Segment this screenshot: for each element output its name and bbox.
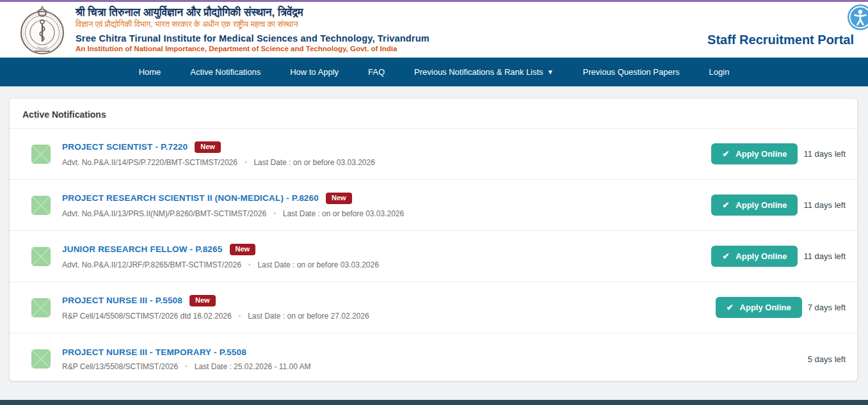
notification-thumbnail-icon — [31, 298, 51, 317]
notification-row: PROJECT NURSE III - TEMPORARY - P.5508 R… — [10, 333, 857, 381]
days-left-text: 11 days left — [803, 251, 846, 261]
apply-online-label: Apply Online — [735, 149, 787, 159]
notification-title-link[interactable]: PROJECT RESEARCH SCIENTIST II (NON-MEDIC… — [62, 193, 319, 203]
notification-row: PROJECT NURSE III - P.5508 New R&P Cell/… — [10, 282, 857, 333]
dot-separator-icon: • — [245, 159, 247, 166]
notification-thumbnail-icon — [31, 145, 51, 164]
dot-separator-icon: • — [248, 261, 251, 268]
apply-online-button[interactable]: ✔ Apply Online — [711, 195, 798, 216]
notification-last-date: Last Date : 25.02.2026 - 11.00 AM — [195, 362, 311, 371]
nav-item-how-to-apply[interactable]: How to Apply — [275, 58, 353, 86]
dot-separator-icon: • — [239, 312, 241, 319]
days-left-text: 11 days left — [803, 149, 846, 159]
notification-reference: Advt. No.P&A.II/14/PS/P.7220/BMT-SCTIMST… — [62, 158, 237, 167]
notification-title-link[interactable]: PROJECT NURSE III - P.5508 — [62, 296, 182, 305]
notification-last-date: Last Date : on or before 03.03.2026 — [253, 158, 374, 167]
notification-thumbnail-icon — [31, 349, 51, 369]
new-badge: New — [326, 193, 352, 204]
check-icon: ✔ — [722, 149, 729, 159]
accessibility-widget-icon[interactable] — [847, 4, 868, 31]
notification-last-date: Last Date : on or before 03.03.2026 — [257, 260, 378, 269]
institute-seal-icon — [18, 4, 67, 56]
nav-item-home[interactable]: Home — [124, 58, 176, 86]
nav-item-previous-notifications-rank-lists[interactable]: Previous Notifications & Rank Lists▼ — [399, 58, 568, 87]
notification-reference: Advt. No.P&A.II/13/PRS.II(NM)/P.8260/BMT… — [62, 209, 266, 218]
footer-bar — [0, 400, 868, 405]
apply-online-button[interactable]: ✔ Apply Online — [711, 143, 798, 164]
new-badge: New — [230, 244, 256, 255]
notification-row: JUNIOR RESEARCH FELLOW - P.8265 New Advt… — [10, 231, 857, 282]
notification-title-link[interactable]: PROJECT SCIENTIST - P.7220 — [62, 142, 188, 152]
nav-item-active-notifications[interactable]: Active Notifications — [175, 58, 275, 86]
nav-item-previous-question-papers[interactable]: Previous Question Papers — [568, 58, 695, 86]
apply-online-button[interactable]: ✔ Apply Online — [711, 246, 798, 267]
days-left-text: 11 days left — [803, 200, 846, 210]
notification-reference: R&P Cell/14/5508/SCTIMST/2026 dtd 16.02.… — [62, 312, 232, 321]
main-navigation: HomeActive NotificationsHow to ApplyFAQP… — [0, 58, 868, 86]
notification-thumbnail-icon — [31, 196, 51, 215]
apply-online-button[interactable]: ✔ Apply Online — [716, 297, 802, 318]
notification-reference: R&P Cell/13/5508/SCTIMST/2026 — [62, 362, 178, 371]
check-icon: ✔ — [722, 200, 729, 210]
notification-row: PROJECT RESEARCH SCIENTIST II (NON-MEDIC… — [10, 180, 857, 231]
chevron-down-icon: ▼ — [547, 58, 554, 86]
nav-item-login[interactable]: Login — [695, 58, 744, 86]
institute-subtitle-english: An Institution of National Importance, D… — [76, 44, 430, 53]
active-notifications-card: Active Notifications PROJECT SCIENTIST -… — [9, 98, 858, 381]
notification-title-link[interactable]: PROJECT NURSE III - TEMPORARY - P.5508 — [62, 347, 246, 357]
check-icon: ✔ — [727, 303, 734, 312]
notification-last-date: Last Date : on or before 27.02.2026 — [248, 312, 369, 321]
apply-online-label: Apply Online — [740, 303, 791, 312]
institute-subtitle-hindi: विज्ञान एवं प्रौद्योगिकी विभाग, भारत सरक… — [76, 19, 430, 29]
new-badge: New — [189, 295, 216, 306]
notification-row: PROJECT SCIENTIST - P.7220 New Advt. No.… — [10, 129, 857, 180]
institute-logo[interactable] — [18, 4, 67, 56]
notification-last-date: Last Date : on or before 03.03.2026 — [283, 209, 404, 218]
days-left-text: 7 days left — [808, 303, 846, 312]
notification-thumbnail-icon — [31, 247, 51, 266]
dot-separator-icon: • — [185, 363, 188, 370]
apply-online-label: Apply Online — [735, 200, 787, 210]
nav-item-faq[interactable]: FAQ — [353, 58, 399, 86]
dot-separator-icon: • — [273, 210, 276, 217]
check-icon: ✔ — [722, 251, 729, 261]
new-badge: New — [195, 141, 221, 153]
page-body: Active Notifications PROJECT SCIENTIST -… — [0, 86, 868, 381]
institute-title-english: Sree Chitra Tirunal Institute for Medica… — [76, 33, 430, 44]
card-heading: Active Notifications — [10, 99, 857, 129]
institute-title-hindi: श्री चित्रा तिरुनाल आयुर्विज्ञान और प्रौ… — [76, 6, 430, 19]
notification-title-link[interactable]: JUNIOR RESEARCH FELLOW - P.8265 — [62, 244, 223, 254]
notification-reference: Advt. No.P&A.II/12/JRF/P.8265/BMT-SCTIMS… — [62, 260, 241, 269]
apply-online-label: Apply Online — [735, 251, 787, 261]
site-header: श्री चित्रा तिरुनाल आयुर्विज्ञान और प्रौ… — [0, 2, 868, 58]
days-left-text: 5 days left — [808, 354, 846, 364]
portal-title: Staff Recruitment Portal — [707, 33, 854, 47]
